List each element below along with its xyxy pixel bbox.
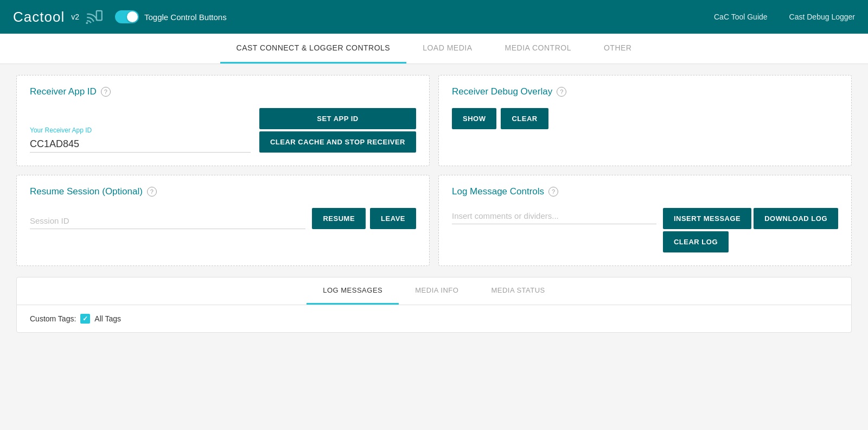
receiver-app-id-input[interactable] xyxy=(30,136,251,153)
receiver-app-id-buttons: SET APP ID CLEAR CACHE AND STOP RECEIVER xyxy=(259,108,416,153)
svg-rect-0 xyxy=(97,11,102,21)
receiver-app-id-card: Receiver App ID ? Your Receiver App ID S… xyxy=(16,75,430,166)
leave-button[interactable]: LEAVE xyxy=(370,208,416,229)
tab-media-info[interactable]: MEDIA INFO xyxy=(399,277,475,305)
log-message-input-section xyxy=(452,208,656,224)
log-buttons-bottom-row: CLEAR LOG xyxy=(663,231,838,252)
app-header: Cactool v2 Toggle Control Buttons CaC To… xyxy=(0,0,868,34)
log-message-input[interactable] xyxy=(452,208,656,224)
logo-version: v2 xyxy=(71,12,79,21)
receiver-app-id-input-section: Your Receiver App ID xyxy=(30,127,251,153)
log-message-buttons: INSERT MESSAGE DOWNLOAD LOG CLEAR LOG xyxy=(663,208,838,252)
tab-cast-connect[interactable]: CAST CONNECT & LOGGER CONTROLS xyxy=(220,34,407,64)
set-app-id-button[interactable]: SET APP ID xyxy=(259,108,416,129)
log-message-controls-title: Log Message Controls ? xyxy=(452,186,838,197)
receiver-debug-overlay-label: Receiver Debug Overlay xyxy=(452,86,552,97)
resume-session-input-section xyxy=(30,213,305,229)
custom-tags-label: Custom Tags: xyxy=(30,314,76,323)
all-tags-checkbox[interactable] xyxy=(80,314,90,324)
logo-section: Cactool v2 xyxy=(13,9,104,26)
log-message-controls-help-icon[interactable]: ? xyxy=(548,187,558,197)
log-message-controls-card: Log Message Controls ? INSERT MESSAGE DO… xyxy=(438,175,852,266)
receiver-debug-overlay-buttons: SHOW CLEAR xyxy=(452,108,838,129)
tab-media-status[interactable]: MEDIA STATUS xyxy=(475,277,561,305)
toggle-label: Toggle Control Buttons xyxy=(144,12,227,22)
main-content: Receiver App ID ? Your Receiver App ID S… xyxy=(0,64,868,344)
receiver-debug-overlay-card: Receiver Debug Overlay ? SHOW CLEAR xyxy=(438,75,852,166)
receiver-debug-overlay-title: Receiver Debug Overlay ? xyxy=(452,86,838,97)
logo-text: Cactool xyxy=(13,9,65,26)
clear-log-button[interactable]: CLEAR LOG xyxy=(663,231,729,252)
bottom-tabs: LOG MESSAGES MEDIA INFO MEDIA STATUS xyxy=(17,277,851,305)
resume-session-card: Resume Session (Optional) ? RESUME LEAVE xyxy=(16,175,430,266)
log-message-controls-label: Log Message Controls xyxy=(452,186,544,197)
receiver-debug-overlay-help-icon[interactable]: ? xyxy=(557,87,566,97)
tab-log-messages[interactable]: LOG MESSAGES xyxy=(307,277,399,305)
resume-session-buttons: RESUME LEAVE xyxy=(312,208,416,229)
tab-other[interactable]: OTHER xyxy=(588,34,648,64)
receiver-app-id-label: Receiver App ID xyxy=(30,86,97,97)
receiver-app-id-body: Your Receiver App ID SET APP ID CLEAR CA… xyxy=(30,108,416,153)
tab-load-media[interactable]: LOAD MEDIA xyxy=(406,34,488,64)
cast-icon xyxy=(85,9,104,25)
session-id-input[interactable] xyxy=(30,213,305,229)
resume-session-label: Resume Session (Optional) xyxy=(30,186,143,197)
resume-session-body: RESUME LEAVE xyxy=(30,208,416,229)
show-debug-overlay-button[interactable]: SHOW xyxy=(452,108,496,129)
resume-button[interactable]: RESUME xyxy=(312,208,366,229)
toggle-section: Toggle Control Buttons xyxy=(115,10,227,23)
main-tabs: CAST CONNECT & LOGGER CONTROLS LOAD MEDI… xyxy=(0,34,868,64)
insert-message-button[interactable]: INSERT MESSAGE xyxy=(663,208,751,229)
receiver-app-id-input-label: Your Receiver App ID xyxy=(30,127,251,134)
cast-debug-logger-link[interactable]: Cast Debug Logger xyxy=(789,12,855,21)
tab-media-control[interactable]: MEDIA CONTROL xyxy=(489,34,588,64)
receiver-app-id-help-icon[interactable]: ? xyxy=(101,87,111,97)
resume-session-title: Resume Session (Optional) ? xyxy=(30,186,416,197)
bottom-content: Custom Tags: All Tags xyxy=(17,305,851,332)
bottom-section: LOG MESSAGES MEDIA INFO MEDIA STATUS Cus… xyxy=(16,277,852,333)
resume-session-help-icon[interactable]: ? xyxy=(147,187,157,197)
log-buttons-top-row: INSERT MESSAGE DOWNLOAD LOG xyxy=(663,208,838,229)
all-tags-label: All Tags xyxy=(94,314,121,323)
receiver-app-id-title: Receiver App ID ? xyxy=(30,86,416,97)
clear-cache-stop-receiver-button[interactable]: CLEAR CACHE AND STOP RECEIVER xyxy=(259,131,416,153)
download-log-button[interactable]: DOWNLOAD LOG xyxy=(754,208,838,229)
clear-debug-overlay-button[interactable]: CLEAR xyxy=(501,108,548,129)
cards-grid: Receiver App ID ? Your Receiver App ID S… xyxy=(16,75,852,266)
toggle-control-buttons-switch[interactable] xyxy=(115,10,139,23)
log-message-controls-body: INSERT MESSAGE DOWNLOAD LOG CLEAR LOG xyxy=(452,208,838,252)
cac-tool-guide-link[interactable]: CaC Tool Guide xyxy=(714,12,768,21)
custom-tags-row: Custom Tags: All Tags xyxy=(30,314,838,324)
header-nav: CaC Tool Guide Cast Debug Logger xyxy=(714,12,855,21)
